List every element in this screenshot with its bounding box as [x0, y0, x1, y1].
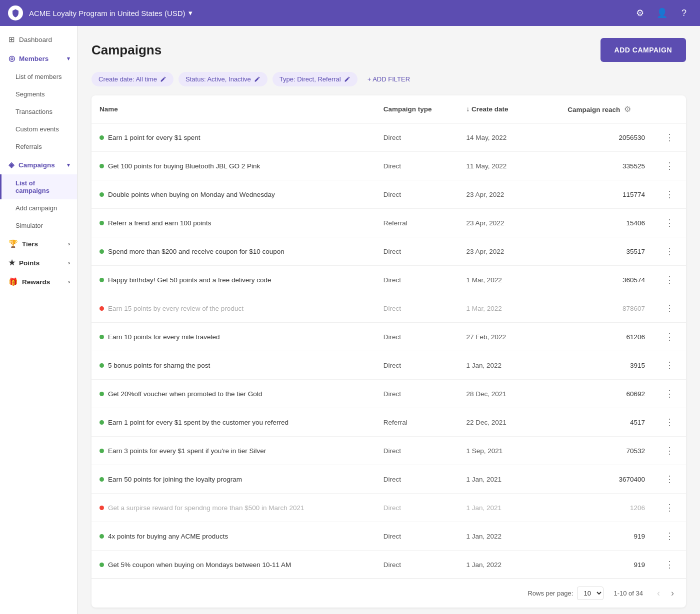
chevron-right-icon-points: › — [68, 260, 70, 266]
row-menu-button-0[interactable]: ⋮ — [661, 130, 678, 145]
dashboard-icon: ⊞ — [8, 35, 15, 44]
cell-type-3: Referral — [376, 209, 458, 237]
cell-menu-1: ⋮ — [653, 152, 686, 180]
cell-type-10: Referral — [376, 408, 458, 437]
sidebar-item-transactions[interactable]: Transactions — [0, 103, 77, 120]
next-page-button[interactable]: › — [667, 586, 678, 601]
cell-menu-14: ⋮ — [653, 522, 686, 551]
cell-reach-0: 2056530 — [533, 123, 653, 152]
row-menu-button-1[interactable]: ⋮ — [661, 158, 678, 173]
cell-name-7: Earn 10 points for every mile traveled — [92, 323, 376, 351]
row-menu-button-8[interactable]: ⋮ — [661, 358, 678, 373]
status-dot-4 — [100, 249, 104, 254]
sidebar-item-members[interactable]: ◎ Members ▾ — [0, 49, 77, 68]
col-date[interactable]: ↓ Create date — [458, 95, 532, 123]
cell-date-7: 27 Feb, 2022 — [458, 323, 532, 351]
cell-date-14: 1 Jan, 2022 — [458, 522, 532, 551]
topnav: ACME Loyalty Program in United States (U… — [0, 0, 700, 26]
row-menu-button-11[interactable]: ⋮ — [661, 443, 678, 458]
settings-icon[interactable]: ⚙ — [632, 5, 648, 21]
filter-type[interactable]: Type: Direct, Referral — [272, 72, 358, 86]
filter-status[interactable]: Status: Active, Inactive — [178, 72, 268, 86]
sidebar-item-segments[interactable]: Segments — [0, 85, 77, 103]
status-dot-0 — [100, 135, 104, 140]
cell-menu-8: ⋮ — [653, 351, 686, 380]
rows-per-page-select[interactable]: 10 25 50 — [577, 587, 604, 600]
cell-menu-6: ⋮ — [653, 294, 686, 323]
row-menu-button-12[interactable]: ⋮ — [661, 472, 678, 487]
add-campaign-button[interactable]: ADD CAMPAIGN — [600, 38, 686, 62]
sidebar-item-simulator[interactable]: Simulator — [0, 217, 77, 234]
table-row: Earn 1 point for every $1 spent Direct 1… — [92, 123, 686, 152]
status-dot-6 — [100, 306, 104, 311]
cell-name-14: 4x points for buying any ACME products — [92, 522, 376, 551]
table-row: Earn 50 points for joining the loyalty p… — [92, 465, 686, 494]
row-menu-button-13[interactable]: ⋮ — [661, 500, 678, 515]
cell-type-13: Direct — [376, 494, 458, 522]
cell-date-15: 1 Jan, 2022 — [458, 551, 532, 579]
cell-reach-5: 360574 — [533, 266, 653, 294]
column-settings-icon[interactable]: ⚙ — [622, 102, 633, 116]
table-row: Get a surpirse reward for spendng more t… — [92, 494, 686, 522]
row-menu-button-14[interactable]: ⋮ — [661, 529, 678, 544]
tiers-icon: 🏆 — [8, 239, 18, 248]
cell-name-10: Earn 1 point for every $1 spent by the c… — [92, 408, 376, 437]
status-dot-1 — [100, 164, 104, 168]
status-dot-7 — [100, 335, 104, 339]
campaigns-icon: ◈ — [8, 160, 14, 169]
edit-icon-type — [344, 76, 350, 82]
cell-name-11: Earn 3 points for every $1 spent if you'… — [92, 437, 376, 465]
sidebar: ⊞ Dashboard ◎ Members ▾ List of members … — [0, 26, 78, 614]
row-menu-button-5[interactable]: ⋮ — [661, 272, 678, 287]
filter-create-date[interactable]: Create date: All time — [92, 72, 174, 86]
cell-reach-10: 4517 — [533, 408, 653, 437]
edit-icon-status — [254, 76, 260, 82]
cell-date-2: 23 Apr, 2022 — [458, 180, 532, 209]
help-icon[interactable]: ? — [676, 5, 692, 21]
cell-type-15: Direct — [376, 551, 458, 579]
row-menu-button-6[interactable]: ⋮ — [661, 301, 678, 316]
sidebar-item-custom-events[interactable]: Custom events — [0, 120, 77, 138]
row-menu-button-4[interactable]: ⋮ — [661, 244, 678, 259]
sidebar-item-tiers[interactable]: 🏆 Tiers › — [0, 234, 77, 253]
sidebar-item-referrals[interactable]: Referrals — [0, 138, 77, 155]
row-menu-button-15[interactable]: ⋮ — [661, 557, 678, 572]
app-title[interactable]: ACME Loyalty Program in United States (U… — [29, 8, 192, 17]
cell-date-0: 14 May, 2022 — [458, 123, 532, 152]
account-icon[interactable]: 👤 — [654, 5, 670, 21]
cell-reach-8: 3915 — [533, 351, 653, 380]
table-row: Referr a frend and earn 100 points Refer… — [92, 209, 686, 237]
cell-name-5: Happy birthday! Get 50 points and a free… — [92, 266, 376, 294]
cell-menu-12: ⋮ — [653, 465, 686, 494]
rewards-icon: 🎁 — [8, 277, 18, 286]
prev-page-button[interactable]: ‹ — [653, 586, 664, 601]
cell-name-12: Earn 50 points for joining the loyalty p… — [92, 465, 376, 494]
sidebar-item-campaigns[interactable]: ◈ Campaigns ▾ — [0, 155, 77, 174]
row-menu-button-7[interactable]: ⋮ — [661, 329, 678, 344]
row-menu-button-9[interactable]: ⋮ — [661, 386, 678, 401]
cell-reach-3: 15406 — [533, 209, 653, 237]
cell-name-4: Spend more than $200 and receive coupon … — [92, 237, 376, 266]
sidebar-item-dashboard[interactable]: ⊞ Dashboard — [0, 30, 77, 49]
app-logo[interactable] — [8, 5, 23, 20]
cell-date-5: 1 Mar, 2022 — [458, 266, 532, 294]
cell-menu-3: ⋮ — [653, 209, 686, 237]
cell-name-0: Earn 1 point for every $1 spent — [92, 123, 376, 152]
cell-type-7: Direct — [376, 323, 458, 351]
table-row: Double points when buying on Monday and … — [92, 180, 686, 209]
row-menu-button-3[interactable]: ⋮ — [661, 215, 678, 230]
cell-date-6: 1 Mar, 2022 — [458, 294, 532, 323]
row-menu-button-10[interactable]: ⋮ — [661, 415, 678, 430]
cell-type-9: Direct — [376, 380, 458, 408]
cell-date-4: 23 Apr, 2022 — [458, 237, 532, 266]
add-filter-button[interactable]: + ADD FILTER — [362, 72, 415, 86]
status-dot-11 — [100, 449, 104, 453]
sidebar-item-add-campaign[interactable]: Add campaign — [0, 199, 77, 217]
cell-date-13: 1 Jan, 2021 — [458, 494, 532, 522]
sidebar-item-rewards[interactable]: 🎁 Rewards › — [0, 272, 77, 291]
sidebar-item-points[interactable]: ★ Points › — [0, 253, 77, 272]
sidebar-item-list-of-campaigns[interactable]: List of campaigns — [0, 174, 77, 199]
sidebar-item-list-of-members[interactable]: List of members — [0, 68, 77, 85]
cell-type-0: Direct — [376, 123, 458, 152]
row-menu-button-2[interactable]: ⋮ — [661, 187, 678, 202]
